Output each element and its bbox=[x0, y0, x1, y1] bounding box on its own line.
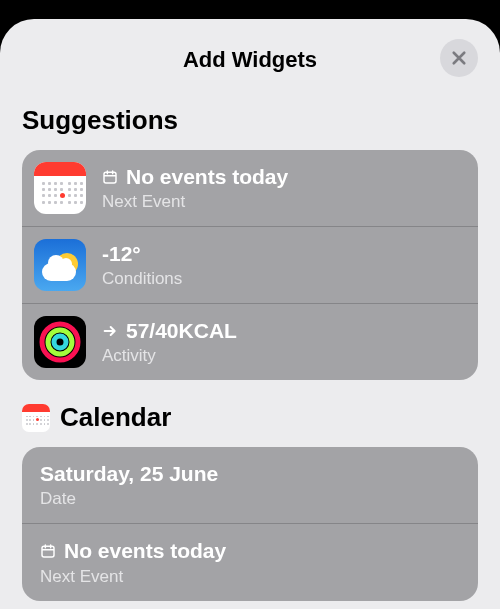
close-icon bbox=[450, 49, 468, 67]
calendar-glyph-icon bbox=[40, 543, 56, 559]
calendar-row-text: No events today Next Event bbox=[40, 538, 460, 586]
calendar-row-title-text: No events today bbox=[64, 538, 226, 564]
activity-app-icon bbox=[34, 316, 86, 368]
suggestion-text: -12° Conditions bbox=[102, 241, 462, 289]
calendar-section-header: Calendar bbox=[22, 402, 478, 433]
weather-app-icon bbox=[34, 239, 86, 291]
arrow-right-icon bbox=[102, 323, 118, 339]
suggestion-subtitle: Conditions bbox=[102, 269, 462, 289]
calendar-app-icon bbox=[34, 162, 86, 214]
suggestion-subtitle: Next Event bbox=[102, 192, 462, 212]
suggestions-title: Suggestions bbox=[22, 105, 178, 136]
sheet-header: Add Widgets bbox=[22, 41, 478, 79]
calendar-row-next-event[interactable]: No events today Next Event bbox=[22, 523, 478, 600]
suggestion-title-line: 57/40KCAL bbox=[102, 318, 462, 344]
calendar-row-subtitle: Next Event bbox=[40, 567, 460, 587]
suggestion-title-text: No events today bbox=[126, 164, 288, 190]
svg-rect-0 bbox=[104, 172, 116, 183]
suggestion-subtitle: Activity bbox=[102, 346, 462, 366]
suggestion-title-line: No events today bbox=[102, 164, 462, 190]
suggestions-header: Suggestions bbox=[22, 105, 478, 136]
calendar-row-subtitle: Date bbox=[40, 489, 460, 509]
suggestion-row-calendar[interactable]: No events today Next Event bbox=[22, 150, 478, 226]
close-button[interactable] bbox=[440, 39, 478, 77]
svg-rect-7 bbox=[42, 547, 54, 558]
calendar-row-text: Saturday, 25 June Date bbox=[40, 461, 460, 509]
suggestion-title-line: -12° bbox=[102, 241, 462, 267]
calendar-glyph-icon bbox=[102, 169, 118, 185]
suggestion-row-activity[interactable]: 57/40KCAL Activity bbox=[22, 303, 478, 380]
suggestion-row-weather[interactable]: -12° Conditions bbox=[22, 226, 478, 303]
suggestion-text: No events today Next Event bbox=[102, 164, 462, 212]
calendar-row-date[interactable]: Saturday, 25 June Date bbox=[22, 447, 478, 523]
calendar-card: Saturday, 25 June Date No events today N… bbox=[22, 447, 478, 601]
add-widgets-sheet: Add Widgets Suggestions bbox=[0, 19, 500, 609]
suggestions-card: No events today Next Event -12° Conditio… bbox=[22, 150, 478, 380]
calendar-section-icon bbox=[22, 404, 50, 432]
sheet-title: Add Widgets bbox=[183, 47, 317, 73]
calendar-section-title: Calendar bbox=[60, 402, 171, 433]
suggestion-title-text: -12° bbox=[102, 241, 141, 267]
calendar-row-title-line: Saturday, 25 June bbox=[40, 461, 460, 487]
suggestion-text: 57/40KCAL Activity bbox=[102, 318, 462, 366]
suggestion-title-text: 57/40KCAL bbox=[126, 318, 237, 344]
calendar-row-title-text: Saturday, 25 June bbox=[40, 461, 218, 487]
svg-point-6 bbox=[54, 336, 66, 348]
calendar-row-title-line: No events today bbox=[40, 538, 460, 564]
